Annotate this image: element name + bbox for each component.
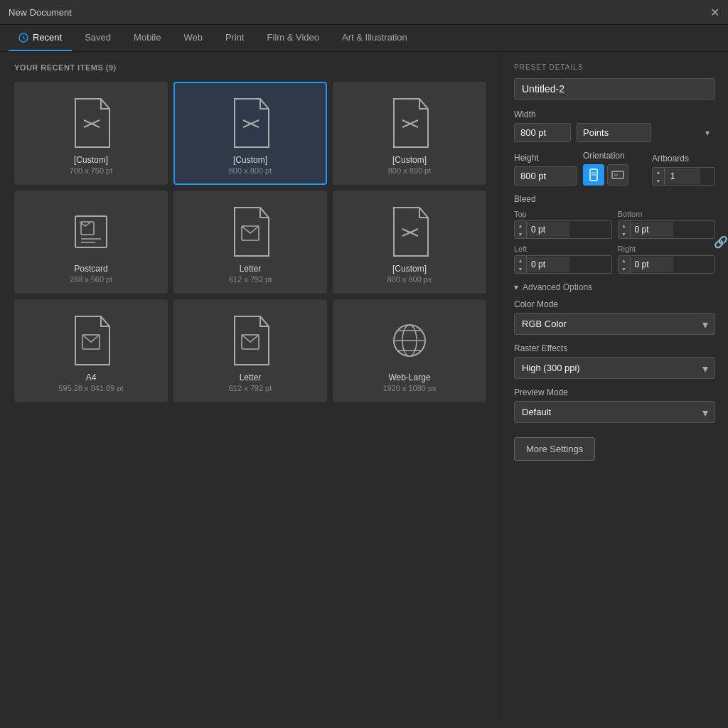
raster-label: Raster Effects — [514, 343, 715, 353]
bleed-left-up[interactable]: ▲ — [515, 256, 526, 264]
svg-rect-30 — [612, 171, 623, 178]
svg-line-2 — [23, 38, 26, 39]
title-bar: New Document ✕ — [0, 0, 728, 25]
close-button[interactable]: ✕ — [710, 7, 719, 17]
bleed-top-input[interactable] — [527, 222, 569, 237]
item-name-item7: A4 — [58, 373, 123, 382]
item-icon-item3 — [385, 95, 434, 151]
bleed-bottom-up[interactable]: ▲ — [619, 221, 630, 230]
tab-mobile[interactable]: Mobile — [124, 25, 171, 51]
artboards-label: Artboards — [652, 154, 715, 164]
window-title: New Document — [9, 7, 72, 18]
document-icon — [388, 206, 431, 257]
color-mode-wrap: RGB Color CMYK Color — [514, 313, 715, 335]
recent-section-title: YOUR RECENT ITEMS (9) — [14, 63, 486, 72]
item-size-item8: 612 x 792 pt — [229, 384, 272, 392]
bleed-left-group: ▲▼ — [514, 255, 612, 274]
left-panel: YOUR RECENT ITEMS (9) [Custom] 700 x 750… — [0, 52, 500, 723]
more-settings-button[interactable]: More Settings — [514, 437, 595, 461]
grid-item-item9[interactable]: Web-Large 1920 x 1080 px — [333, 299, 486, 402]
orientation-label: Orientation — [583, 151, 646, 161]
artboards-input[interactable] — [665, 168, 700, 184]
grid-item-item2[interactable]: [Custom] 800 x 800 pt — [173, 82, 327, 185]
item-icon-item6 — [385, 203, 434, 260]
raster-wrap: High (300 ppi) Medium (150 ppi) Low (72 … — [514, 357, 715, 379]
bleed-left-down[interactable]: ▼ — [515, 264, 526, 273]
item-icon-item1 — [66, 95, 116, 151]
svg-point-19 — [410, 232, 411, 233]
item-icon-item2 — [225, 95, 275, 151]
grid-item-item8[interactable]: Letter 612 x 792 pt — [173, 299, 327, 402]
svg-point-8 — [250, 123, 252, 124]
tab-web[interactable]: Web — [173, 25, 213, 51]
bleed-right-label: Right — [618, 245, 716, 253]
grid-item-item6[interactable]: [Custom] 800 x 800 px — [333, 191, 486, 294]
artboards-down[interactable]: ▼ — [653, 176, 664, 185]
tab-film[interactable]: Film & Video — [257, 25, 329, 51]
item-size-item7: 595.28 x 841.89 pt — [58, 384, 123, 392]
tab-film-label: Film & Video — [267, 32, 319, 43]
bleed-bottom-input[interactable] — [631, 222, 673, 237]
chevron-down-icon: ▾ — [514, 282, 518, 292]
portrait-button[interactable] — [583, 164, 604, 186]
item-size-item5: 612 x 792 pt — [229, 275, 272, 284]
width-input[interactable] — [514, 123, 571, 142]
bleed-left-input[interactable] — [527, 257, 569, 272]
bleed-top-down[interactable]: ▼ — [515, 230, 526, 238]
tab-art[interactable]: Art & Illustration — [332, 25, 417, 51]
item-name-item9: Web-Large — [382, 373, 436, 382]
landscape-icon — [611, 170, 624, 180]
postcard-icon — [70, 206, 112, 257]
item-name-item6: [Custom] — [387, 264, 432, 274]
item-icon-item4 — [66, 203, 116, 260]
height-input[interactable] — [514, 166, 577, 186]
bleed-right-input[interactable] — [631, 257, 673, 272]
grid-item-item1[interactable]: [Custom] 700 x 750 pt — [14, 82, 168, 185]
svg-point-11 — [410, 123, 411, 124]
tab-saved[interactable]: Saved — [75, 25, 121, 51]
advanced-toggle[interactable]: ▾ Advanced Options — [514, 282, 715, 292]
preview-select[interactable]: Default Pixel Overprint — [514, 401, 715, 423]
item-icon-item7 — [66, 312, 116, 369]
document-icon — [70, 97, 112, 149]
bleed-label: Bleed — [514, 194, 715, 204]
preview-wrap: Default Pixel Overprint — [514, 401, 715, 423]
tab-recent[interactable]: Recent — [9, 25, 72, 51]
grid-item-item3[interactable]: [Custom] 800 x 800 pt — [333, 82, 486, 185]
bleed-top-up[interactable]: ▲ — [515, 221, 526, 230]
item-icon-item9 — [385, 312, 434, 369]
grid-item-item4[interactable]: Postcard 288 x 560 pt — [14, 191, 168, 294]
tab-art-label: Art & Illustration — [342, 32, 407, 43]
advanced-label: Advanced Options — [523, 282, 592, 292]
document-icon — [229, 97, 272, 149]
grid-item-item5[interactable]: Letter 612 x 792 pt — [173, 191, 327, 294]
bleed-bottom-down[interactable]: ▼ — [619, 230, 630, 238]
letter-icon — [229, 315, 272, 366]
preset-name-input[interactable] — [514, 78, 715, 100]
bleed-right-down[interactable]: ▼ — [619, 264, 630, 273]
clock-icon — [18, 33, 28, 43]
link-icon[interactable]: 🔗 — [714, 235, 728, 249]
preset-section-label: PRESET DETAILS — [514, 63, 715, 71]
web-icon — [388, 315, 431, 366]
bleed-right-up[interactable]: ▲ — [619, 256, 630, 264]
grid-item-item7[interactable]: A4 595.28 x 841.89 pt — [14, 299, 168, 402]
document-icon — [388, 97, 431, 149]
raster-select[interactable]: High (300 ppi) Medium (150 ppi) Low (72 … — [514, 357, 715, 379]
item-size-item2: 800 x 800 pt — [229, 166, 272, 175]
tab-saved-label: Saved — [85, 32, 111, 43]
unit-select[interactable]: Points Pixels Millimeters Centimeters In… — [577, 123, 651, 142]
portrait-icon — [589, 168, 599, 181]
preview-label: Preview Mode — [514, 387, 715, 397]
artboards-up[interactable]: ▲ — [653, 168, 664, 176]
landscape-button[interactable] — [607, 164, 628, 186]
width-row: Points Pixels Millimeters Centimeters In… — [514, 123, 715, 142]
tab-print[interactable]: Print — [215, 25, 255, 51]
letter-icon — [229, 206, 272, 257]
item-size-item6: 800 x 800 px — [387, 275, 432, 284]
item-size-item1: 700 x 750 pt — [70, 166, 113, 175]
tab-web-label: Web — [183, 32, 203, 43]
letter-icon — [70, 315, 112, 366]
color-mode-select[interactable]: RGB Color CMYK Color — [514, 313, 715, 335]
unit-select-wrap: Points Pixels Millimeters Centimeters In… — [577, 123, 715, 142]
